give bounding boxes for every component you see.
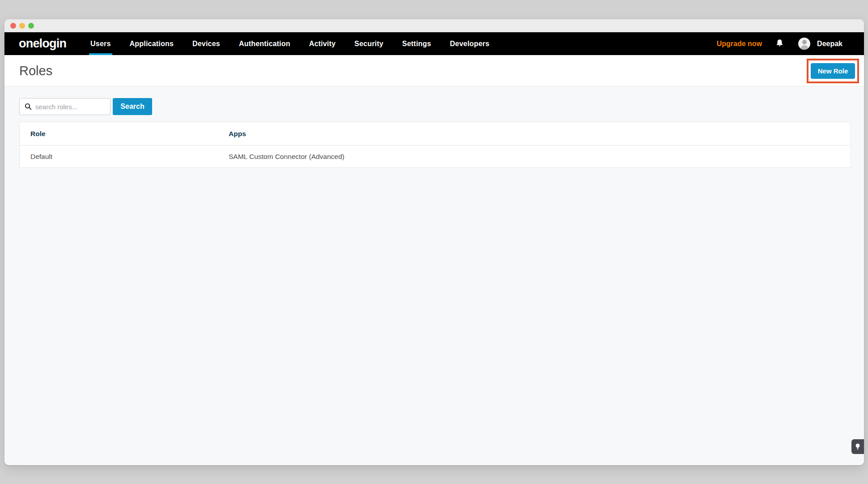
nav-item-security[interactable]: Security xyxy=(354,32,383,55)
upgrade-now-link[interactable]: Upgrade now xyxy=(717,40,762,48)
navbar-right-cluster: Upgrade now Deepak xyxy=(717,32,842,55)
nav-item-label: Settings xyxy=(402,40,431,48)
minimize-button[interactable] xyxy=(19,23,25,29)
apps-cell: SAML Custom Connector (Advanced) xyxy=(218,146,851,167)
nav-item-developers[interactable]: Developers xyxy=(450,32,489,55)
table-header-row: Role Apps xyxy=(20,122,851,146)
notifications-button[interactable] xyxy=(776,39,783,49)
annotation-highlight-box: New Role xyxy=(807,59,859,83)
new-role-button[interactable]: New Role xyxy=(811,63,855,79)
roles-table: Role Apps Default SAML Custom Connector … xyxy=(19,122,851,168)
help-lightbulb-button[interactable] xyxy=(851,439,864,454)
nav-item-label: Users xyxy=(90,40,111,48)
nav-item-authentication[interactable]: Authentication xyxy=(239,32,290,55)
nav-item-label: Applications xyxy=(130,40,174,48)
page-title: Roles xyxy=(19,63,52,78)
bell-icon xyxy=(776,39,783,49)
search-button[interactable]: Search xyxy=(113,98,152,115)
search-icon xyxy=(25,103,32,110)
top-navbar: onelogin Users Applications Devices Auth… xyxy=(4,32,864,55)
nav-item-label: Developers xyxy=(450,40,489,48)
search-box xyxy=(19,98,111,115)
nav-item-activity[interactable]: Activity xyxy=(309,32,336,55)
avatar-silhouette-icon xyxy=(802,40,807,44)
onelogin-logo[interactable]: onelogin xyxy=(19,37,66,51)
lightbulb-icon xyxy=(855,443,860,450)
nav-item-users[interactable]: Users xyxy=(90,32,111,55)
search-row: Search xyxy=(19,98,152,115)
nav-item-label: Authentication xyxy=(239,40,290,48)
nav-item-label: Activity xyxy=(309,40,336,48)
close-button[interactable] xyxy=(10,23,16,29)
username-label[interactable]: Deepak xyxy=(817,40,842,48)
maximize-button[interactable] xyxy=(28,23,34,29)
nav-item-applications[interactable]: Applications xyxy=(130,32,174,55)
column-header-role: Role xyxy=(20,122,218,145)
window-titlebar xyxy=(4,19,864,32)
nav-item-label: Security xyxy=(354,40,383,48)
table-row[interactable]: Default SAML Custom Connector (Advanced) xyxy=(20,146,851,167)
nav-menu: Users Applications Devices Authenticatio… xyxy=(90,32,489,55)
nav-item-settings[interactable]: Settings xyxy=(402,32,431,55)
search-input[interactable] xyxy=(35,103,107,111)
nav-item-label: Devices xyxy=(192,40,220,48)
role-cell: Default xyxy=(20,146,218,167)
column-header-apps: Apps xyxy=(218,122,851,145)
main-content: Search Role Apps Default SAML Custom Con… xyxy=(4,86,864,465)
page-header: Roles New Role xyxy=(4,55,864,86)
nav-item-devices[interactable]: Devices xyxy=(192,32,220,55)
user-avatar[interactable] xyxy=(798,38,810,50)
browser-window: onelogin Users Applications Devices Auth… xyxy=(4,19,864,465)
